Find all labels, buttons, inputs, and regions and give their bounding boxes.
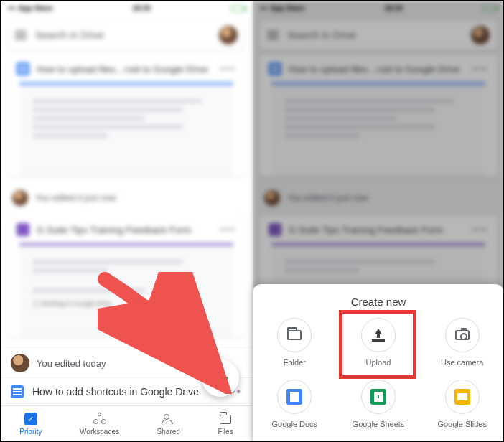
avatar <box>11 354 29 372</box>
nav-shared[interactable]: Shared <box>157 412 180 436</box>
opt-sheets[interactable]: Google Sheets <box>337 380 421 428</box>
more-icon[interactable]: ••• <box>220 62 236 75</box>
upload-icon <box>372 329 385 342</box>
nav-files[interactable]: Files <box>218 412 233 436</box>
fab-new[interactable] <box>202 359 239 397</box>
create-new-sheet: Create new Folder Upload Use camera Goog… <box>253 284 504 441</box>
opt-upload[interactable]: Upload <box>337 318 421 367</box>
opt-camera[interactable]: Use camera <box>420 318 504 367</box>
screenshot-right: •••App Store 18:33 Search in Drive How t… <box>253 1 504 441</box>
google-sheets-icon <box>370 389 386 405</box>
docs-icon <box>11 385 24 398</box>
google-slides-icon <box>454 389 470 405</box>
screenshot-left: •••App Store 18:33 Search in Drive How t… <box>1 1 252 441</box>
avatar[interactable] <box>219 26 238 44</box>
search-placeholder: Search in Drive <box>35 29 210 41</box>
nav-priority[interactable]: ✓ Priority <box>19 412 42 436</box>
status-bar: •••App Store 18:33 <box>1 1 252 15</box>
folder-icon <box>287 330 302 340</box>
opt-docs[interactable]: Google Docs <box>253 380 337 428</box>
nav-workspaces[interactable]: Workspaces <box>80 412 119 436</box>
forms-icon <box>17 223 29 236</box>
plus-icon <box>213 370 228 386</box>
edit-row: You edited it just now <box>1 186 252 210</box>
opt-slides[interactable]: Google Slides <box>420 380 504 428</box>
opt-folder[interactable]: Folder <box>253 318 337 367</box>
sheet-title: Create new <box>253 296 504 308</box>
docs-icon <box>17 62 29 75</box>
menu-icon[interactable] <box>15 31 27 39</box>
bottom-nav: ✓ Priority Workspaces Shared Files <box>1 405 252 441</box>
card-form[interactable]: G Suite Tips Training Feedback Form ••• … <box>8 216 245 337</box>
google-docs-icon <box>286 389 302 405</box>
camera-icon <box>455 330 470 340</box>
more-icon[interactable]: ••• <box>220 223 236 236</box>
search-bar[interactable]: Search in Drive <box>8 21 245 50</box>
card-doc[interactable]: How to upload files…roid to Google Drive… <box>8 55 245 176</box>
